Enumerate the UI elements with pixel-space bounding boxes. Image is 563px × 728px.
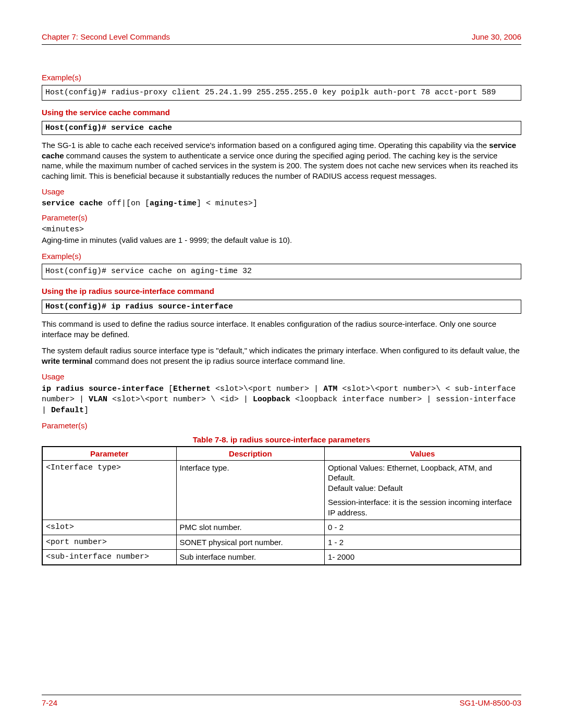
ip-radius-para-2: The system default radius source interfa… <box>42 346 521 366</box>
text-fragment: command causes the system to authenticat… <box>42 151 518 180</box>
parameters-heading-1: Parameter(s) <box>42 213 521 222</box>
cell-desc: SONET physical port number. <box>176 535 325 550</box>
page: Chapter 7: Second Level Commands June 30… <box>0 0 563 728</box>
ip-radius-cmd: Host(config)# ip radius source-interface <box>42 300 521 314</box>
usage-heading-1: Usage <box>42 187 521 196</box>
header-date: June 30, 2006 <box>472 32 521 41</box>
usage-text: ] <box>84 406 89 415</box>
service-cache-description: The SG-1 is able to cache each received … <box>42 140 521 181</box>
cell-param: <sub-interface number> <box>42 550 176 565</box>
parameters-heading-2: Parameter(s) <box>42 421 521 430</box>
cell-param: <port number> <box>42 535 176 550</box>
usage-bold: ATM <box>323 385 337 393</box>
cell-values-block1: Optional Values: Ethernet, Loopback, ATM… <box>328 463 517 493</box>
usage-bold: Default <box>51 406 84 415</box>
ip-radius-heading: Using the ip radius source-interface com… <box>42 287 521 295</box>
usage-bold: ip radius source-interface <box>42 385 164 393</box>
cell-desc: Interface type. <box>176 460 325 520</box>
usage-text: ] < minutes>] <box>197 199 258 208</box>
cell-param: <slot> <box>42 520 176 535</box>
service-cache-usage: service cache off|[on [aging-time] < min… <box>42 199 521 208</box>
document-id: SG1-UM-8500-03 <box>460 698 521 707</box>
page-header: Chapter 7: Second Level Commands June 30… <box>42 32 521 45</box>
cell-desc: PMC slot number. <box>176 520 325 535</box>
th-parameter: Parameter <box>42 447 176 461</box>
usage-bold: Ethernet <box>173 385 211 393</box>
examples-heading-2: Example(s) <box>42 252 521 261</box>
cell-values: 1- 2000 <box>325 550 521 565</box>
usage-text: off|[on [ <box>103 199 150 208</box>
table-row: <port number> SONET physical port number… <box>42 535 521 550</box>
usage-text: <slot>\<port number> | <box>211 385 323 393</box>
examples-heading-1: Example(s) <box>42 73 521 82</box>
usage-heading-2: Usage <box>42 372 521 381</box>
th-values: Values <box>325 447 521 461</box>
page-footer: 7-24 SG1-UM-8500-03 <box>42 695 521 707</box>
minutes-param: <minutes> <box>42 225 521 234</box>
service-cache-cmd: Host(config)# service cache <box>42 121 521 135</box>
usage-bold: Loopback <box>253 395 290 404</box>
usage-bold: aging-time <box>150 199 197 208</box>
text-fragment: The system default radius source interfa… <box>42 346 520 355</box>
usage-text: <slot>\<port number> \ <id> | <box>107 395 253 404</box>
table-caption: Table 7-8. ip radius source-interface pa… <box>42 435 521 444</box>
usage-text: [ <box>164 385 173 393</box>
minutes-desc: Aging-time in minutes (valid values are … <box>42 235 521 245</box>
page-number: 7-24 <box>42 698 57 707</box>
cell-values: 1 - 2 <box>325 535 521 550</box>
cell-values-block2: Session-interface: it is the session inc… <box>328 497 517 517</box>
example-2-code: Host(config)# service cache on aging-tim… <box>42 264 521 279</box>
chapter-title: Chapter 7: Second Level Commands <box>42 32 170 41</box>
table-row: <Interface type> Interface type. Optiona… <box>42 460 521 520</box>
table-header-row: Parameter Description Values <box>42 447 521 461</box>
table-row: <slot> PMC slot number. 0 - 2 <box>42 520 521 535</box>
ip-radius-usage: ip radius source-interface [Ethernet <sl… <box>42 384 521 416</box>
service-cache-heading: Using the service cache command <box>42 108 521 117</box>
cell-values: 0 - 2 <box>325 520 521 535</box>
cell-param: <Interface type> <box>42 460 176 520</box>
text-fragment: The SG-1 is able to cache each received … <box>42 141 489 150</box>
cell-values: Optional Values: Ethernet, Loopback, ATM… <box>325 460 521 520</box>
example-1-code: Host(config)# radius-proxy client 25.24.… <box>42 85 521 101</box>
text-fragment: command does not present the ip radius s… <box>93 356 345 365</box>
bold-write-terminal: write terminal <box>42 356 93 365</box>
cell-desc: Sub interface number. <box>176 550 325 565</box>
th-description: Description <box>176 447 325 461</box>
ip-radius-para-1: This command is used to define the radiu… <box>42 319 521 339</box>
usage-bold: service cache <box>42 199 103 208</box>
usage-bold: VLAN <box>89 395 107 404</box>
table-row: <sub-interface number> Sub interface num… <box>42 550 521 565</box>
params-table: Parameter Description Values <Interface … <box>42 446 521 565</box>
